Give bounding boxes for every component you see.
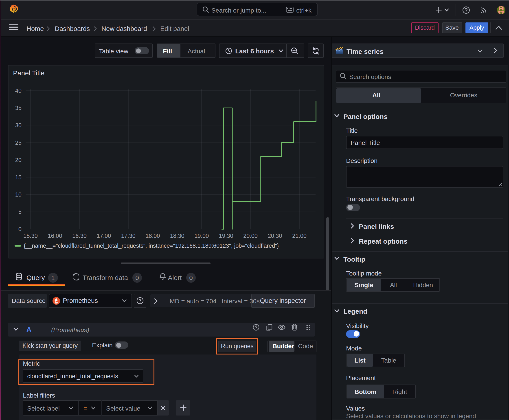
svg-text:20: 20 <box>15 157 22 163</box>
svg-text:35: 35 <box>15 105 22 111</box>
svg-text:{__name__="cloudflared_tunnel_: {__name__="cloudflared_tunnel_total_requ… <box>23 242 279 249</box>
svg-text:19:00: 19:00 <box>194 233 209 239</box>
svg-text:0: 0 <box>18 226 22 232</box>
svg-text:19:30: 19:30 <box>219 233 233 239</box>
svg-text:10: 10 <box>15 191 22 198</box>
svg-text:15: 15 <box>15 174 22 180</box>
svg-text:21:00: 21:00 <box>292 233 307 239</box>
svg-text:18:00: 18:00 <box>146 233 160 239</box>
svg-text:18:30: 18:30 <box>170 233 184 239</box>
svg-text:30: 30 <box>15 122 22 128</box>
svg-text:25: 25 <box>15 140 22 146</box>
svg-text:16:00: 16:00 <box>48 233 62 239</box>
svg-text:16:30: 16:30 <box>72 233 87 239</box>
svg-text:17:30: 17:30 <box>121 233 136 239</box>
svg-text:40: 40 <box>15 88 22 94</box>
svg-text:17:00: 17:00 <box>97 233 111 239</box>
svg-text:5: 5 <box>18 209 22 215</box>
svg-text:20:00: 20:00 <box>243 233 258 239</box>
svg-text:15:30: 15:30 <box>23 233 38 239</box>
svg-text:20:30: 20:30 <box>268 233 282 239</box>
